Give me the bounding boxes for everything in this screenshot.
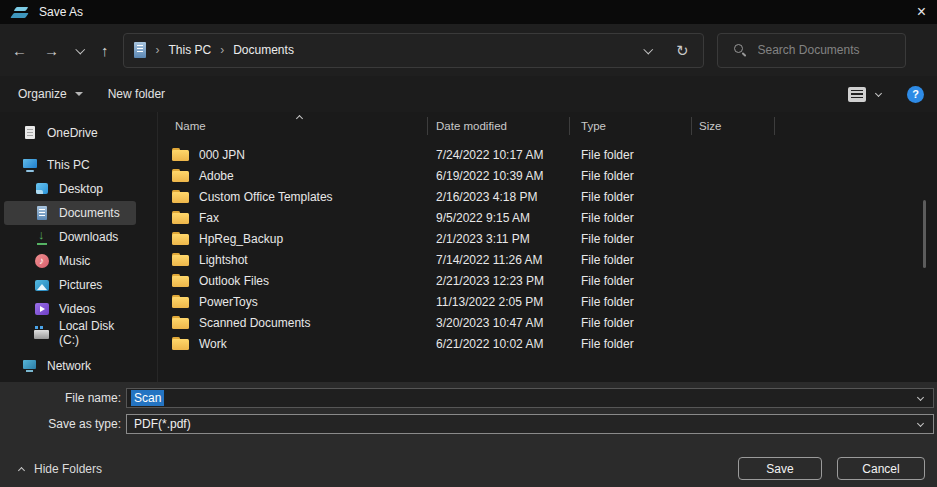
- folder-icon: [172, 253, 189, 267]
- folder-icon: [172, 274, 189, 288]
- file-row[interactable]: Outlook Files 2/21/2023 12:23 PM File fo…: [158, 270, 937, 291]
- sidebar-item[interactable]: Local Disk (C:): [4, 321, 136, 345]
- file-name: Lightshot: [199, 253, 248, 267]
- sidebar-item[interactable]: Pictures: [4, 273, 136, 297]
- location-documents-icon: [133, 42, 147, 59]
- column-header-name[interactable]: Name: [158, 120, 427, 132]
- column-divider[interactable]: [774, 117, 775, 135]
- folder-icon: [172, 169, 189, 183]
- new-folder-button[interactable]: New folder: [108, 87, 165, 101]
- window-title: Save As: [39, 5, 83, 19]
- file-date-modified: 6/21/2022 10:02 AM: [427, 337, 569, 351]
- sidebar-item[interactable]: Music: [4, 249, 136, 273]
- file-row[interactable]: 000 JPN 7/24/2022 10:17 AM File folder: [158, 144, 937, 165]
- folder-icon: [172, 148, 189, 162]
- navigation-bar: ← → ↑ › This PC › Documents ↻: [0, 24, 937, 76]
- sidebar-item[interactable]: Desktop: [4, 177, 136, 201]
- save-fields-panel: File name: Scan Save as type: PDF(*.pdf): [0, 382, 937, 450]
- close-icon[interactable]: ×: [917, 4, 926, 20]
- scanner-app-icon: [10, 5, 30, 20]
- file-row[interactable]: PowerToys 11/13/2022 2:05 PM File folder: [158, 291, 937, 312]
- folder-icon: [172, 295, 189, 309]
- file-type: File folder: [569, 232, 691, 246]
- column-divider[interactable]: [427, 117, 428, 135]
- file-date-modified: 9/5/2022 9:15 AM: [427, 211, 569, 225]
- file-row[interactable]: Adobe 6/19/2022 10:39 AM File folder: [158, 165, 937, 186]
- file-name-dropdown-chevron-icon[interactable]: [917, 395, 924, 402]
- file-row[interactable]: Work 6/21/2022 10:02 AM File folder: [158, 333, 937, 354]
- column-header-date-modified[interactable]: Date modified: [427, 120, 569, 132]
- sidebar-item-label: Network: [47, 359, 91, 373]
- file-list-pane: Name Date modified Type Size 000 JPN 7/2…: [158, 112, 937, 382]
- search-box[interactable]: [717, 33, 906, 68]
- file-name-input[interactable]: Scan: [126, 388, 934, 408]
- main-pane: OneDrive This PC Desktop Documents Downl…: [0, 112, 937, 382]
- file-type: File folder: [569, 337, 691, 351]
- search-input[interactable]: [758, 43, 905, 57]
- folder-icon: [172, 190, 189, 204]
- sidebar-item-label: Documents: [59, 206, 120, 220]
- file-row[interactable]: HpReg_Backup 2/1/2023 3:11 PM File folde…: [158, 228, 937, 249]
- refresh-icon[interactable]: ↻: [676, 43, 689, 58]
- sidebar-item-label: Local Disk (C:): [59, 319, 136, 347]
- file-row[interactable]: Fax 9/5/2022 9:15 AM File folder: [158, 207, 937, 228]
- sidebar-item-label: Downloads: [59, 230, 118, 244]
- sidebar-item[interactable]: Documents: [4, 201, 136, 225]
- save-as-type-dropdown-chevron-icon[interactable]: [917, 421, 924, 428]
- footer-bar: Hide Folders Save Cancel: [0, 450, 937, 487]
- breadcrumb-documents[interactable]: Documents: [233, 43, 294, 57]
- downloads-icon: [34, 229, 50, 245]
- hide-folders-chevron-icon: [18, 465, 25, 472]
- navigation-sidebar: OneDrive This PC Desktop Documents Downl…: [0, 112, 158, 382]
- file-name-label: File name:: [0, 391, 121, 405]
- sidebar-item[interactable]: Videos: [4, 297, 136, 321]
- hide-folders-label: Hide Folders: [34, 462, 102, 476]
- disk-icon: [34, 325, 50, 341]
- save-as-type-value: PDF(*.pdf): [134, 417, 191, 431]
- address-bar[interactable]: › This PC › Documents ↻: [123, 33, 704, 68]
- view-options-chevron-icon[interactable]: [875, 91, 882, 98]
- save-button[interactable]: Save: [738, 457, 822, 480]
- sidebar-item-label: This PC: [47, 158, 90, 172]
- file-date-modified: 7/14/2022 11:26 AM: [427, 253, 569, 267]
- organize-label: Organize: [18, 87, 67, 101]
- folder-icon: [172, 316, 189, 330]
- sidebar-item-label: Music: [59, 254, 90, 268]
- sidebar-item[interactable]: Downloads: [4, 225, 136, 249]
- toolbar: Organize New folder ?: [0, 76, 937, 112]
- file-row[interactable]: Scanned Documents 3/20/2023 10:47 AM Fil…: [158, 312, 937, 333]
- column-header-type[interactable]: Type: [569, 120, 691, 132]
- file-type: File folder: [569, 190, 691, 204]
- save-as-type-label: Save as type:: [0, 417, 121, 431]
- file-name: Work: [199, 337, 227, 351]
- up-button[interactable]: ↑: [101, 43, 109, 58]
- list-header: Name Date modified Type Size: [158, 112, 937, 140]
- column-divider[interactable]: [691, 117, 692, 135]
- hide-folders-button[interactable]: Hide Folders: [18, 462, 102, 476]
- title-bar: Save As ×: [0, 0, 937, 24]
- cancel-button[interactable]: Cancel: [837, 457, 925, 480]
- back-button[interactable]: ←: [12, 43, 27, 58]
- sidebar-item[interactable]: OneDrive: [4, 121, 136, 145]
- file-name: Adobe: [199, 169, 234, 183]
- breadcrumb-separator: ›: [220, 43, 224, 57]
- file-type: File folder: [569, 253, 691, 267]
- file-row[interactable]: Lightshot 7/14/2022 11:26 AM File folder: [158, 249, 937, 270]
- forward-button[interactable]: →: [44, 43, 59, 58]
- organize-button[interactable]: Organize: [18, 87, 83, 101]
- column-header-size[interactable]: Size: [691, 120, 774, 132]
- file-name: Custom Office Templates: [199, 190, 333, 204]
- file-date-modified: 6/19/2022 10:39 AM: [427, 169, 569, 183]
- address-dropdown-chevron-icon[interactable]: [644, 46, 653, 55]
- file-name: PowerToys: [199, 295, 258, 309]
- file-date-modified: 2/1/2023 3:11 PM: [427, 232, 569, 246]
- column-divider[interactable]: [569, 117, 570, 135]
- breadcrumb-this-pc[interactable]: This PC: [169, 43, 212, 57]
- sidebar-item[interactable]: Network: [4, 354, 136, 378]
- view-options-icon[interactable]: [848, 87, 866, 102]
- recent-locations-chevron-icon[interactable]: [76, 46, 85, 55]
- sidebar-item[interactable]: This PC: [4, 153, 136, 177]
- help-icon[interactable]: ?: [907, 86, 924, 103]
- file-row[interactable]: Custom Office Templates 2/16/2023 4:18 P…: [158, 186, 937, 207]
- save-as-type-select[interactable]: PDF(*.pdf): [126, 414, 934, 434]
